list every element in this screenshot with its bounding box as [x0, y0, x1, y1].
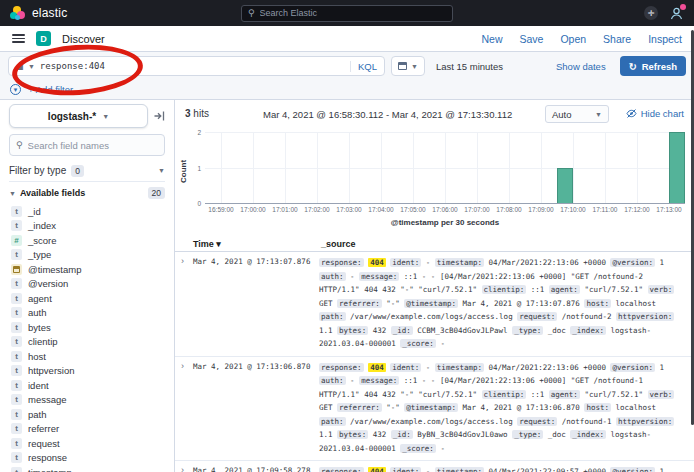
string-field-icon: t — [11, 380, 22, 391]
column-header-source[interactable]: _source — [321, 239, 356, 249]
source-value: 1.1 — [319, 326, 333, 335]
add-filter-link[interactable]: + Add filter — [28, 84, 73, 95]
calendar-icon — [398, 62, 407, 70]
global-search[interactable]: ⚲ — [241, 5, 453, 22]
field-item-httpversion[interactable]: thttpversion — [9, 364, 165, 379]
y-axis-label: Count — [179, 160, 188, 183]
field-item-auth[interactable]: tauth — [9, 306, 165, 321]
saved-query-icon[interactable]: ◢ — [16, 61, 23, 71]
field-item-agent[interactable]: tagent — [9, 291, 165, 306]
field-item-_id[interactable]: t_id — [9, 204, 165, 219]
time-range-label[interactable]: Last 15 minutes — [431, 61, 508, 72]
source-field-badge: agent: — [549, 285, 580, 294]
interval-select[interactable]: Auto ▼ — [545, 105, 609, 123]
field-item-_score[interactable]: #_score — [9, 233, 165, 248]
source-value: _doc — [548, 326, 566, 335]
x-tick-label: 17:03:00 — [336, 206, 361, 213]
nav-action-inspect[interactable]: Inspect — [648, 33, 682, 45]
index-pattern-row: logstash-* ▼ — [9, 104, 165, 128]
field-item-response[interactable]: tresponse — [9, 451, 165, 466]
field-item-ident[interactable]: tident — [9, 378, 165, 393]
collapse-sidebar-icon[interactable] — [153, 110, 165, 122]
field-item-bytes[interactable]: tbytes — [9, 320, 165, 335]
field-name: _score — [28, 235, 57, 246]
field-item-_index[interactable]: t_index — [9, 219, 165, 234]
nav-action-open[interactable]: Open — [560, 33, 586, 45]
histogram-bar[interactable] — [557, 168, 573, 204]
row-expand-icon[interactable]: › — [181, 361, 193, 456]
query-input-box[interactable]: ◢ ▼ KQL — [8, 56, 385, 76]
column-header-time[interactable]: Time ▾ — [193, 239, 311, 249]
chevron-down-icon[interactable]: ▼ — [28, 63, 35, 70]
filter-options-icon[interactable]: ▼ — [10, 84, 21, 95]
chart-time-range: Mar 4, 2021 @ 16:58:30.112 - Mar 4, 2021… — [263, 109, 512, 120]
field-search-input[interactable] — [28, 140, 160, 151]
field-item-version[interactable]: t@version — [9, 277, 165, 292]
x-tick-label: 17:09:00 — [528, 206, 553, 213]
field-name: referrer — [28, 423, 59, 434]
field-name: path — [28, 409, 47, 420]
show-dates-link[interactable]: Show dates — [556, 61, 606, 72]
user-avatar[interactable] — [669, 6, 684, 21]
row-source: response: 404 ident: - timestamp: 04/Mar… — [319, 256, 686, 351]
help-icon[interactable]: ✛ — [644, 6, 658, 20]
field-item-clientip[interactable]: tclientip — [9, 335, 165, 350]
discover-main: 3 hits Mar 4, 2021 @ 16:58:30.112 - Mar … — [175, 100, 694, 472]
field-item-_type[interactable]: t_type — [9, 248, 165, 263]
row-expand-icon[interactable]: › — [181, 465, 193, 472]
query-bar: ◢ ▼ KQL ▼ Last 15 minutes Show dates ↻ R… — [0, 52, 694, 80]
field-item-message[interactable]: tmessage — [9, 393, 165, 408]
available-fields-header[interactable]: ▼ Available fields 20 — [9, 187, 165, 199]
nav-action-save[interactable]: Save — [519, 33, 543, 45]
string-field-icon: t — [11, 351, 22, 362]
source-value: - — [350, 376, 355, 385]
brand-name: elastic — [32, 6, 67, 20]
index-pattern-select[interactable]: logstash-* ▼ — [9, 104, 148, 128]
date-picker-button[interactable]: ▼ — [391, 56, 425, 76]
nav-action-new[interactable]: New — [481, 33, 502, 45]
elastic-logo-icon[interactable] — [10, 6, 25, 21]
nav-action-share[interactable]: Share — [603, 33, 631, 45]
hide-chart-link[interactable]: Hide chart — [626, 108, 684, 119]
kql-toggle[interactable]: KQL — [350, 61, 377, 72]
source-field-badge: host: — [584, 403, 611, 412]
field-item-host[interactable]: thost — [9, 349, 165, 364]
field-item-path[interactable]: tpath — [9, 407, 165, 422]
source-value: ::1 — [531, 390, 545, 399]
refresh-button[interactable]: ↻ Refresh — [620, 56, 686, 76]
field-name: message — [28, 394, 67, 405]
string-field-icon: t — [11, 278, 22, 289]
source-value: - — [440, 339, 445, 348]
field-item-referrer[interactable]: treferrer — [9, 422, 165, 437]
interval-value: Auto — [552, 109, 572, 120]
index-pattern-label: logstash-* — [48, 111, 96, 122]
field-search-box[interactable]: ⚲ — [9, 134, 165, 156]
field-name: response — [28, 452, 67, 463]
source-value: "curl/7.52.1" — [584, 390, 643, 399]
row-expand-icon[interactable]: › — [181, 256, 193, 351]
field-item-timestamp[interactable]: ttimestamp — [9, 465, 165, 472]
histogram-bar[interactable] — [669, 132, 685, 203]
field-item-timestamp[interactable]: @timestamp — [9, 262, 165, 277]
sort-icon: ▾ — [216, 239, 221, 249]
menu-icon[interactable] — [12, 34, 25, 43]
source-field-badge: message: — [359, 272, 399, 281]
source-field-badge: response: — [319, 363, 364, 372]
query-input[interactable] — [40, 61, 345, 71]
chart-plot[interactable]: 16:59:0017:00:0017:01:0017:02:0017:03:00… — [205, 132, 685, 204]
source-value: - — [426, 467, 431, 472]
date-field-icon — [11, 264, 22, 275]
string-field-icon: t — [11, 322, 22, 333]
string-field-icon: t — [11, 394, 22, 405]
nav-actions: NewSaveOpenShareInspect — [481, 33, 682, 45]
global-search-input[interactable] — [260, 8, 446, 18]
field-name: _type — [28, 249, 51, 260]
source-value: 1 — [660, 467, 665, 472]
source-field-badge: timestamp: — [435, 467, 484, 472]
x-tick-label: 17:05:00 — [400, 206, 425, 213]
source-field-badge: bytes: — [337, 326, 368, 335]
field-item-request[interactable]: trequest — [9, 436, 165, 451]
string-field-icon: t — [11, 467, 22, 472]
filter-by-type-row[interactable]: Filter by type 0 ▼ — [9, 160, 165, 182]
gridline-horizontal — [205, 168, 685, 169]
